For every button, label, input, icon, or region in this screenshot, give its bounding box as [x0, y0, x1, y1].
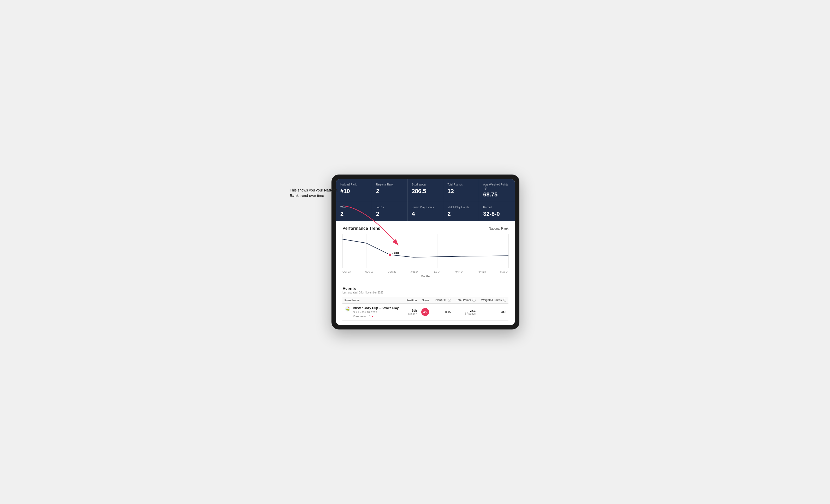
chart-section: Performance Trend National Rank — [336, 221, 515, 282]
stat-match-play: Match Play Events 2 — [443, 202, 479, 221]
stat-wins-label: Wins — [340, 206, 368, 209]
stat-wins: Wins 2 — [336, 202, 372, 221]
weighted-points-info-icon: i — [503, 299, 506, 302]
event-position-cell: 6th out of 7 — [404, 304, 419, 321]
stat-scoring-avg-value: 286.5 — [412, 188, 439, 195]
stats-row-2: Wins 2 Top 3s 2 Stroke Play Events 4 Mat… — [336, 202, 515, 221]
tablet: National Rank #10 Regional Rank 2 Scorin… — [331, 174, 519, 330]
stat-total-rounds-label: Total Rounds — [447, 183, 475, 186]
info-icon: i — [484, 187, 487, 190]
stat-regional-rank-value: 2 — [376, 188, 403, 195]
stat-scoring-avg-label: Scoring Avg. — [412, 183, 439, 186]
month-apr24: APR 24 — [478, 271, 486, 273]
tablet-screen: National Rank #10 Regional Rank 2 Scorin… — [336, 179, 515, 325]
annotation: This shows you your National Rank trend … — [290, 188, 342, 199]
stats-row-1: National Rank #10 Regional Rank 2 Scorin… — [336, 179, 515, 202]
stat-total-rounds-value: 12 — [447, 188, 475, 195]
stat-national-rank-value: #10 — [340, 188, 368, 195]
event-date: Oct 9 – Oct 10, 2023 — [353, 310, 398, 314]
stat-stroke-play-label: Stroke Play Events — [412, 206, 439, 209]
col-event-sg: Event SG i — [432, 297, 453, 304]
stat-match-play-value: 2 — [447, 210, 475, 217]
event-name-inner: ⛳ Buster Cozy Cup – Stroke Play Oct 9 – … — [345, 306, 402, 318]
table-row: ⛳ Buster Cozy Cup – Stroke Play Oct 9 – … — [343, 304, 508, 321]
event-sg-cell: 0.45 — [432, 304, 453, 321]
total-points-sub: 3 Rounds — [455, 312, 476, 315]
score-badge: -22 — [421, 308, 429, 316]
event-name-cell: ⛳ Buster Cozy Cup – Stroke Play Oct 9 – … — [343, 304, 404, 321]
weighted-points-cell: 28.3 — [478, 304, 508, 321]
stat-top3s: Top 3s 2 — [372, 202, 408, 221]
col-weighted-points: Weighted Points i — [478, 297, 508, 304]
event-position: 6th — [406, 309, 417, 312]
grid-line-8 — [508, 234, 509, 268]
stat-match-play-label: Match Play Events — [447, 206, 475, 209]
month-may24: MAY 24 — [500, 271, 508, 273]
event-details: Buster Cozy Cup – Stroke Play Oct 9 – Oc… — [353, 306, 398, 318]
month-jan24: JAN 24 — [411, 271, 418, 273]
chart-title: Performance Trend — [343, 226, 381, 231]
stat-top3s-label: Top 3s — [376, 206, 403, 209]
chart-marker-label: • #10 — [392, 251, 399, 255]
month-dec23: DEC 23 — [388, 271, 396, 273]
col-score: Score — [419, 297, 432, 304]
stat-avg-weighted-value: 68.75 — [483, 191, 511, 198]
stat-national-rank-label: National Rank — [340, 183, 368, 186]
stat-avg-weighted-label: Avg. Weighted Points i — [483, 183, 511, 190]
stat-stroke-play: Stroke Play Events 4 — [408, 202, 443, 221]
chart-header: Performance Trend National Rank — [343, 226, 508, 231]
total-points-value: 28.3 — [455, 309, 476, 312]
col-position: Position — [404, 297, 419, 304]
col-event-name: Event Name — [343, 297, 404, 304]
month-nov23: NOV 23 — [365, 271, 374, 273]
table-header-row: Event Name Position Score Event SG i Tot… — [343, 297, 508, 304]
event-rank-impact: Rank Impact: 3 ▼ — [353, 314, 398, 318]
stat-wins-value: 2 — [340, 210, 368, 217]
stat-total-rounds: Total Rounds 12 — [443, 179, 479, 202]
events-section: Events Last updated: 24th November 2023 … — [336, 282, 515, 325]
event-name-text: Buster Cozy Cup – Stroke Play — [353, 306, 398, 310]
event-score-cell: -22 — [419, 304, 432, 321]
golf-icon: ⛳ — [345, 306, 351, 312]
chart-y-label: National Rank — [489, 227, 508, 230]
chart-marker-dot — [389, 254, 391, 256]
chart-x-label: Months — [343, 275, 508, 279]
stat-record: Record 32-8-0 — [479, 202, 515, 221]
stat-scoring-avg: Scoring Avg. 286.5 — [408, 179, 443, 202]
scene: This shows you your National Rank trend … — [290, 174, 540, 330]
events-title: Events — [343, 287, 508, 291]
event-sg-value: 0.45 — [445, 310, 451, 313]
stat-record-value: 32-8-0 — [483, 210, 511, 217]
stat-regional-rank: Regional Rank 2 — [372, 179, 408, 202]
month-oct23: OCT 23 — [343, 271, 351, 273]
chart-area: • #10 — [343, 234, 508, 268]
annotation-text: This shows you your National Rank trend … — [290, 188, 339, 198]
total-points-cell: 28.3 3 Rounds — [453, 304, 478, 321]
stat-avg-weighted: Avg. Weighted Points i 68.75 — [479, 179, 515, 202]
month-feb24: FEB 24 — [433, 271, 440, 273]
stat-record-label: Record — [483, 206, 511, 209]
stat-stroke-play-value: 4 — [412, 210, 439, 217]
event-position-sub: out of 7 — [406, 312, 417, 315]
events-table: Event Name Position Score Event SG i Tot… — [343, 297, 508, 321]
col-total-points: Total Points i — [453, 297, 478, 304]
events-subtitle: Last updated: 24th November 2023 — [343, 291, 508, 294]
svg-text:⛳: ⛳ — [346, 307, 350, 311]
weighted-points-value: 28.3 — [501, 310, 506, 313]
month-mar24: MAR 24 — [455, 271, 464, 273]
event-sg-info-icon: i — [448, 299, 451, 302]
trend-line-svg — [343, 234, 508, 268]
total-points-info-icon: i — [472, 299, 476, 302]
chart-months: OCT 23 NOV 23 DEC 23 JAN 24 FEB 24 MAR 2… — [343, 269, 508, 274]
stat-regional-rank-label: Regional Rank — [376, 183, 403, 186]
stat-top3s-value: 2 — [376, 210, 403, 217]
rank-down-icon: ▼ — [371, 315, 374, 318]
